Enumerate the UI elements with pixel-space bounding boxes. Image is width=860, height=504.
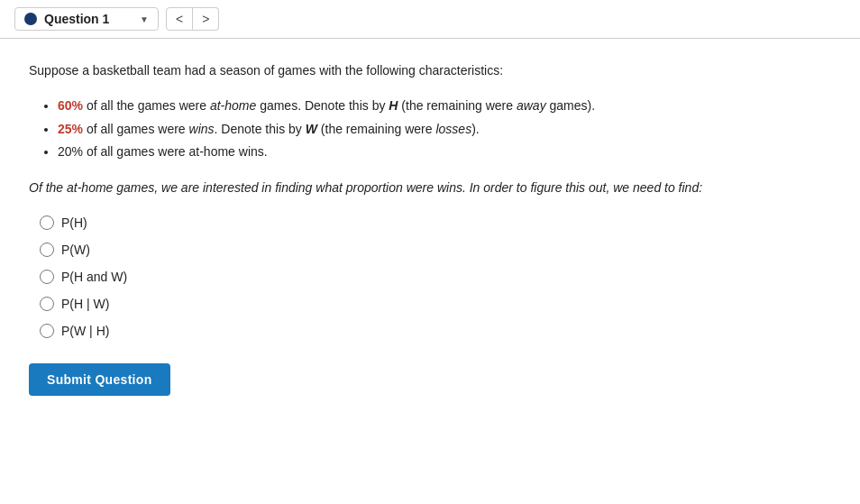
question-dot-indicator	[24, 13, 37, 25]
bullet-text-2c: (the remaining were	[317, 122, 436, 136]
option-item-4[interactable]: P(H | W)	[40, 297, 831, 311]
bullet-text-1c: (the remaining were	[398, 98, 517, 113]
bullet-text-2a: of all games were	[83, 122, 189, 136]
percent-2: 25%	[58, 122, 83, 136]
italic-phrase: Of the at-home games	[29, 180, 154, 195]
list-item: 60% of all the games were at-home games.…	[58, 95, 831, 117]
bullet-text-2d: ).	[471, 122, 480, 136]
option-label-3: P(H and W)	[61, 270, 127, 284]
option-item-3[interactable]: P(H and W)	[40, 270, 831, 284]
italic-at-home: at-home	[210, 98, 256, 113]
bullet-text-2b: . Denote this by	[215, 122, 306, 136]
chevron-down-icon: ▼	[140, 14, 149, 24]
percent-1: 60%	[58, 98, 83, 113]
bullet-text-1d: games).	[546, 98, 595, 113]
option-label-5: P(W | H)	[61, 324, 109, 338]
variable-H: H	[389, 98, 398, 113]
option-item-1[interactable]: P(H)	[40, 215, 831, 230]
question-selector-label: Question 1	[44, 12, 109, 26]
variable-W: W	[306, 122, 317, 136]
radio-5[interactable]	[40, 324, 54, 338]
italic-wins: wins	[189, 122, 215, 136]
main-content: Suppose a basketball team had a season o…	[0, 39, 860, 417]
bullet-list: 60% of all the games were at-home games.…	[58, 95, 831, 163]
option-label-2: P(W)	[61, 243, 90, 257]
radio-2[interactable]	[40, 243, 54, 257]
italic-away: away	[517, 98, 546, 113]
italic-losses: losses	[435, 122, 471, 136]
option-label-4: P(H | W)	[61, 297, 109, 311]
option-label-1: P(H)	[61, 215, 87, 230]
nav-buttons-group: < >	[166, 7, 219, 31]
question-text: Of the at-home games, we are interested …	[29, 178, 831, 197]
radio-3[interactable]	[40, 270, 54, 284]
bullet-text-1a: of all the games were	[83, 98, 210, 113]
options-group: P(H) P(W) P(H and W) P(H | W) P(W | H)	[40, 215, 831, 338]
intro-text: Suppose a basketball team had a season o…	[29, 60, 831, 80]
option-item-5[interactable]: P(W | H)	[40, 324, 831, 338]
prev-button[interactable]: <	[166, 7, 193, 31]
list-item: 25% of all games were wins. Denote this …	[58, 118, 831, 141]
bullet-text-3: 20% of all games were at-home wins.	[58, 144, 268, 159]
option-item-2[interactable]: P(W)	[40, 243, 831, 257]
radio-1[interactable]	[40, 215, 54, 230]
question-dropdown[interactable]: Question 1 ▼	[14, 7, 159, 31]
bullet-text-1b: games. Denote this by	[256, 98, 389, 113]
list-item: 20% of all games were at-home wins.	[58, 141, 831, 163]
next-button[interactable]: >	[193, 7, 219, 31]
question-rest: , we are interested in finding what prop…	[154, 180, 702, 195]
radio-4[interactable]	[40, 297, 54, 311]
top-bar: Question 1 ▼ < >	[0, 0, 860, 39]
submit-button[interactable]: Submit Question	[29, 363, 170, 396]
